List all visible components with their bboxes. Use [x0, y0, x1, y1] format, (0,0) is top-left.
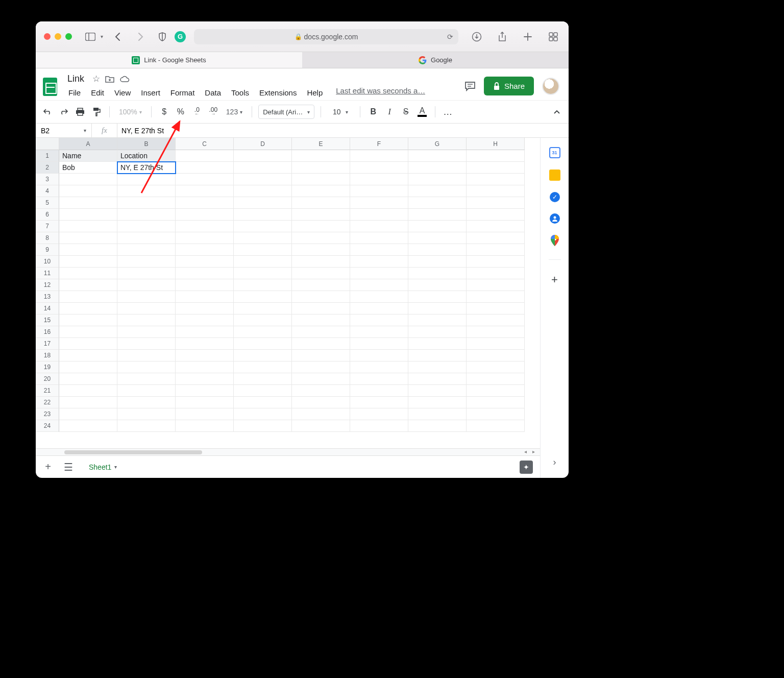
cell-G23[interactable] — [408, 408, 467, 420]
cell-B10[interactable] — [117, 256, 176, 268]
account-avatar[interactable] — [542, 78, 559, 95]
comments-icon[interactable] — [464, 81, 476, 92]
cell-A24[interactable] — [59, 420, 117, 432]
cell-H2[interactable] — [467, 162, 525, 174]
menu-view[interactable]: View — [110, 86, 135, 99]
row-header-21[interactable]: 21 — [36, 385, 59, 397]
reload-icon[interactable]: ⟳ — [447, 33, 453, 41]
cell-B1[interactable]: Location — [117, 150, 176, 162]
paint-format-icon[interactable] — [90, 104, 103, 120]
cell-H20[interactable] — [467, 373, 525, 385]
cell-B18[interactable] — [117, 350, 176, 361]
contacts-sidepanel-icon[interactable] — [550, 213, 560, 224]
cell-G19[interactable] — [408, 361, 467, 373]
cell-C14[interactable] — [176, 303, 234, 314]
cell-D16[interactable] — [234, 326, 292, 338]
cell-F6[interactable] — [350, 209, 408, 221]
cell-H3[interactable] — [467, 174, 525, 185]
row-header-2[interactable]: 2 — [36, 162, 59, 174]
cell-C6[interactable] — [176, 209, 234, 221]
cell-E8[interactable] — [292, 232, 350, 244]
row-header-23[interactable]: 23 — [36, 408, 59, 420]
row-header-5[interactable]: 5 — [36, 197, 59, 209]
cell-H1[interactable] — [467, 150, 525, 162]
row-header-16[interactable]: 16 — [36, 326, 59, 338]
col-header-D[interactable]: D — [234, 138, 292, 150]
print-icon[interactable] — [74, 104, 87, 120]
sheet-tab-1[interactable]: Sheet1 ▾ — [82, 458, 124, 476]
cell-F18[interactable] — [350, 350, 408, 361]
cell-B20[interactable] — [117, 373, 176, 385]
cell-G22[interactable] — [408, 397, 467, 408]
cell-F1[interactable] — [350, 150, 408, 162]
cell-C15[interactable] — [176, 314, 234, 326]
cell-G3[interactable] — [408, 174, 467, 185]
cell-C4[interactable] — [176, 185, 234, 197]
get-addons-button[interactable]: + — [551, 273, 558, 286]
star-icon[interactable]: ☆ — [92, 74, 100, 84]
menu-file[interactable]: File — [64, 86, 85, 99]
cell-G10[interactable] — [408, 256, 467, 268]
row-header-8[interactable]: 8 — [36, 232, 59, 244]
sheets-logo-icon[interactable] — [40, 74, 60, 100]
cell-A3[interactable] — [59, 174, 117, 185]
close-window-button[interactable] — [44, 33, 51, 40]
last-edit-link[interactable]: Last edit was seconds a… — [336, 86, 425, 99]
cell-F15[interactable] — [350, 314, 408, 326]
col-header-E[interactable]: E — [292, 138, 350, 150]
cell-D2[interactable] — [234, 162, 292, 174]
cell-H12[interactable] — [467, 279, 525, 291]
cell-A6[interactable] — [59, 209, 117, 221]
cell-H11[interactable] — [467, 268, 525, 279]
cell-A23[interactable] — [59, 408, 117, 420]
cell-H15[interactable] — [467, 314, 525, 326]
url-bar[interactable]: 🔒 docs.google.com ⟳ — [194, 29, 458, 44]
cell-A8[interactable] — [59, 232, 117, 244]
cell-D1[interactable] — [234, 150, 292, 162]
cell-F20[interactable] — [350, 373, 408, 385]
cell-E21[interactable] — [292, 385, 350, 397]
maximize-window-button[interactable] — [65, 33, 72, 40]
cell-C2[interactable] — [176, 162, 234, 174]
cell-G11[interactable] — [408, 268, 467, 279]
cell-H8[interactable] — [467, 232, 525, 244]
cell-E16[interactable] — [292, 326, 350, 338]
sidebar-toggle-icon[interactable] — [83, 30, 97, 44]
cell-A9[interactable] — [59, 244, 117, 256]
cell-A14[interactable] — [59, 303, 117, 314]
maps-sidepanel-icon[interactable] — [549, 235, 560, 246]
cell-E5[interactable] — [292, 197, 350, 209]
cell-D3[interactable] — [234, 174, 292, 185]
zoom-select[interactable]: 100%▾ — [116, 108, 145, 116]
grammarly-extension-icon[interactable]: G — [175, 31, 186, 42]
cell-B8[interactable] — [117, 232, 176, 244]
row-header-4[interactable]: 4 — [36, 185, 59, 197]
decrease-decimal-button[interactable]: .0← — [190, 104, 204, 120]
col-header-F[interactable]: F — [350, 138, 408, 150]
cell-C5[interactable] — [176, 197, 234, 209]
cell-C11[interactable] — [176, 268, 234, 279]
cell-D5[interactable] — [234, 197, 292, 209]
row-header-19[interactable]: 19 — [36, 361, 59, 373]
cell-E20[interactable] — [292, 373, 350, 385]
number-format-select[interactable]: 123▾ — [223, 108, 246, 116]
cell-A2[interactable]: Bob — [59, 162, 117, 174]
font-select[interactable]: Default (Ari…▾ — [258, 105, 314, 119]
cell-D6[interactable] — [234, 209, 292, 221]
cell-D13[interactable] — [234, 291, 292, 303]
row-header-14[interactable]: 14 — [36, 303, 59, 314]
cell-D19[interactable] — [234, 361, 292, 373]
cell-G8[interactable] — [408, 232, 467, 244]
browser-tab-google[interactable]: Google — [302, 52, 569, 68]
col-header-B[interactable]: B — [117, 138, 176, 150]
cell-C13[interactable] — [176, 291, 234, 303]
cell-H5[interactable] — [467, 197, 525, 209]
cell-C23[interactable] — [176, 408, 234, 420]
collapse-sidepanel-icon[interactable]: › — [553, 457, 556, 468]
menu-extensions[interactable]: Extensions — [255, 86, 301, 99]
cell-H19[interactable] — [467, 361, 525, 373]
cell-G6[interactable] — [408, 209, 467, 221]
cell-F21[interactable] — [350, 385, 408, 397]
cell-A12[interactable] — [59, 279, 117, 291]
share-icon[interactable] — [495, 30, 509, 44]
